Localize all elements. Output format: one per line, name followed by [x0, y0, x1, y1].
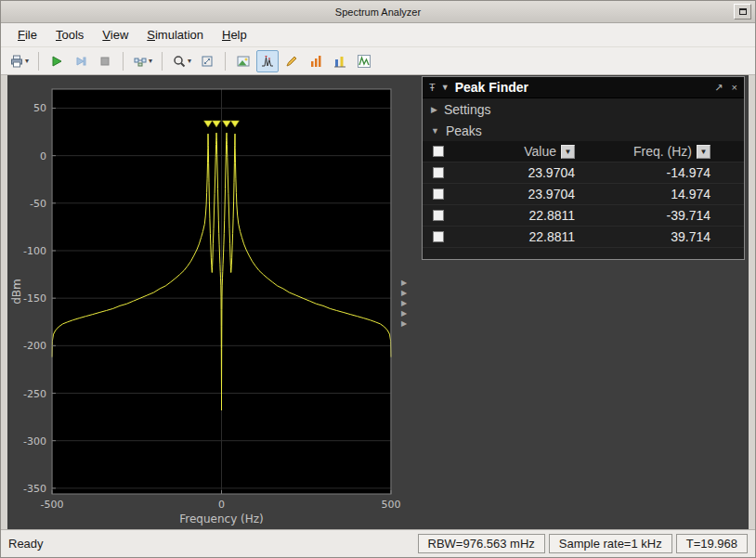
- peak-value: 22.8811: [454, 208, 584, 223]
- stop-icon: [98, 54, 112, 69]
- panel-arrow-icon[interactable]: ▶: [401, 279, 407, 287]
- toolbar-separator: [38, 52, 39, 71]
- menu-tools[interactable]: Tools: [46, 24, 93, 45]
- column-header-value: Value: [524, 144, 556, 159]
- status-rbw: RBW=976.563 mHz: [418, 534, 545, 553]
- spectrum-view-button[interactable]: [353, 50, 375, 72]
- svg-text:0: 0: [218, 499, 225, 511]
- title-bar[interactable]: Spectrum Analyzer: [1, 1, 755, 23]
- zoom-button[interactable]: ▾: [169, 50, 194, 72]
- menu-help[interactable]: Help: [213, 24, 256, 45]
- svg-text:-100: -100: [23, 245, 46, 257]
- peak-finder-panel: Ŧ ▼ Peak Finder ↗ × ▶ Settings ▼ Peaks V…: [422, 76, 745, 260]
- collapse-icon[interactable]: ▼: [441, 83, 450, 92]
- window-title: Spectrum Analyzer: [335, 6, 421, 18]
- peak-value: 23.9704: [454, 165, 584, 180]
- column-header-freq: Freq. (Hz): [633, 144, 692, 159]
- chevron-down-icon: ▾: [25, 57, 29, 65]
- histogram-icon: [308, 54, 323, 69]
- measurements-button[interactable]: [329, 50, 351, 72]
- peak-checkbox[interactable]: [433, 167, 444, 178]
- annotate-button[interactable]: [280, 50, 303, 72]
- menu-file[interactable]: File: [8, 24, 46, 45]
- svg-text:500: 500: [382, 499, 401, 511]
- value-filter-dropdown[interactable]: ▼: [561, 145, 575, 159]
- zoom-icon: [172, 54, 187, 69]
- peak-freq: 39.714: [584, 229, 731, 244]
- peak-freq: -14.974: [584, 165, 731, 180]
- fit-view-icon: [200, 54, 215, 69]
- select-all-checkbox[interactable]: [433, 146, 444, 157]
- print-icon: [9, 54, 24, 69]
- connect-model-button[interactable]: ▾: [130, 50, 155, 72]
- peak-value: 22.8811: [454, 229, 584, 244]
- close-icon[interactable]: ×: [732, 82, 737, 94]
- peaks-table-header: Value ▼ Freq. (Hz) ▼: [423, 141, 744, 162]
- peak-finder-icon: [260, 54, 275, 69]
- step-forward-icon: [73, 54, 88, 69]
- connect-model-icon: [133, 54, 148, 69]
- status-sample-rate: Sample rate=1 kHz: [549, 534, 672, 553]
- table-row: 23.9704 14.974: [423, 184, 744, 205]
- section-peaks-label: Peaks: [446, 123, 482, 138]
- section-settings-label: Settings: [444, 102, 491, 117]
- restore-icon: [739, 8, 747, 15]
- panel-title: Peak Finder: [455, 80, 528, 95]
- play-button[interactable]: [46, 50, 68, 72]
- svg-text:-200: -200: [23, 340, 46, 352]
- section-peaks[interactable]: ▼ Peaks: [423, 120, 744, 141]
- table-row: 23.9704 -14.974: [423, 162, 744, 184]
- figure-area: 500-50-100-150-200-250-300-350-5000500Fr…: [7, 75, 749, 529]
- fit-view-button[interactable]: [196, 50, 218, 72]
- svg-text:Frequency (Hz): Frequency (Hz): [179, 513, 264, 526]
- toolbar-separator: [123, 52, 124, 71]
- freq-filter-dropdown[interactable]: ▼: [697, 145, 710, 159]
- chevron-down-icon: ▾: [149, 57, 152, 65]
- restore-button[interactable]: [734, 4, 751, 19]
- peak-finder-button[interactable]: [256, 50, 279, 72]
- screenshot-button[interactable]: [232, 50, 254, 72]
- toolbar-separator: [162, 52, 163, 71]
- panel-arrow-icon[interactable]: ▶: [401, 310, 407, 318]
- stop-button[interactable]: [94, 50, 116, 72]
- panel-arrow-icon[interactable]: ▶: [401, 290, 407, 297]
- print-button[interactable]: ▾: [7, 50, 32, 72]
- status-ready: Ready: [8, 537, 44, 551]
- toolbar-separator: [225, 52, 226, 71]
- svg-text:-250: -250: [23, 388, 46, 400]
- status-time: T=19.968: [676, 534, 748, 553]
- hidden-panel-arrows: ▶ ▶ ▶ ▶ ▶: [401, 279, 407, 328]
- chevron-down-icon: ▾: [188, 57, 191, 65]
- expander-icon: ▶: [431, 105, 437, 114]
- peak-freq: -39.714: [584, 208, 731, 223]
- panel-arrow-icon[interactable]: ▶: [401, 320, 407, 328]
- pin-icon[interactable]: Ŧ: [429, 82, 436, 93]
- histogram-button[interactable]: [305, 50, 327, 72]
- table-row: 22.8811 39.714: [423, 227, 744, 248]
- step-forward-button[interactable]: [70, 50, 92, 72]
- section-settings[interactable]: ▶ Settings: [423, 98, 744, 120]
- peak-checkbox[interactable]: [433, 231, 444, 242]
- peak-checkbox[interactable]: [433, 188, 444, 200]
- measurements-icon: [332, 54, 347, 69]
- panel-arrow-icon[interactable]: ▶: [401, 300, 407, 307]
- svg-text:-500: -500: [41, 499, 64, 511]
- svg-text:dBm: dBm: [10, 279, 23, 305]
- menu-simulation[interactable]: Simulation: [137, 24, 213, 45]
- menu-view[interactable]: View: [93, 24, 137, 45]
- svg-text:-50: -50: [30, 198, 46, 210]
- svg-text:-300: -300: [23, 435, 46, 448]
- peak-freq: 14.974: [584, 187, 731, 201]
- svg-text:0: 0: [40, 150, 46, 162]
- expander-icon: ▼: [431, 126, 439, 136]
- dock-icon[interactable]: ↗: [714, 82, 723, 94]
- play-icon: [49, 54, 64, 69]
- menu-bar: File Tools View Simulation Help: [1, 23, 755, 47]
- peak-finder-header[interactable]: Ŧ ▼ Peak Finder ↗ ×: [423, 77, 744, 98]
- spectrum-view-icon: [357, 54, 371, 69]
- peak-checkbox[interactable]: [433, 210, 444, 221]
- svg-text:50: 50: [33, 102, 46, 114]
- svg-text:-350: -350: [23, 483, 46, 495]
- status-bar: Ready RBW=976.563 mHz Sample rate=1 kHz …: [1, 529, 755, 557]
- peak-value: 23.9704: [454, 187, 584, 201]
